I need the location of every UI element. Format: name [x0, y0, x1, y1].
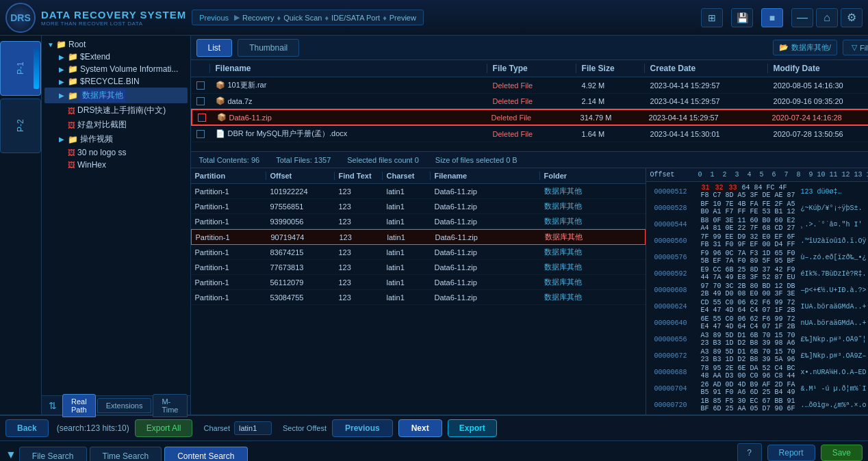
search-row-6[interactable]: Partition-1 56112079 123 latin1 Data6-11…: [191, 275, 646, 290]
search-table-area: Partition Offset Find Text Charset Filen…: [191, 168, 646, 414]
search-row-7[interactable]: Partition-1 53084755 123 latin1 Data6-11…: [191, 290, 646, 305]
tab-extensions[interactable]: Extensions: [97, 398, 152, 413]
cell-checkbox[interactable]: [191, 81, 210, 90]
cell-find-1: 123: [335, 202, 383, 211]
charset-select[interactable]: latin1 utf-8 gbk: [234, 421, 272, 435]
tree-node-drs-guide[interactable]: ▶ 🖼 DRS快速上手指南(中文): [44, 103, 188, 118]
tree-node-shujuku[interactable]: ▶ 📁 数据库其他: [44, 88, 188, 103]
tab-realpath[interactable]: Real Path: [62, 394, 96, 417]
search-row-selected[interactable]: Partition-1 90719474 123 latin1 Data6-11…: [191, 229, 646, 245]
cell-offset-4: 83674215: [266, 248, 335, 256]
sidebar: P-1 P-2: [0, 36, 42, 414]
report-button[interactable]: Report: [767, 445, 815, 461]
file-icon-zip: 📦: [217, 113, 227, 122]
search-row-2[interactable]: Partition-1 93990056 123 latin1 Data6-11…: [191, 214, 646, 229]
folder-icon-shujuku: 📁: [68, 91, 78, 101]
settings-btn[interactable]: ⚙: [841, 8, 863, 27]
col-filename: Filename: [431, 172, 540, 180]
cell-type-3: Deleted File: [487, 130, 576, 138]
search-rows[interactable]: Partition-1 101922224 123 latin1 Data6-1…: [191, 184, 646, 414]
hex-row-1: 00000528 BF 10 7E 4B FA FE 2F A5 B0 A1 F…: [650, 200, 869, 216]
tree-label-sysvolinfo: System Volume Informati...: [80, 64, 178, 74]
home-btn[interactable]: ⌂: [816, 8, 838, 27]
size-selected: Size of files selected 0 B: [435, 156, 518, 164]
tree-node-compare[interactable]: ▶ 🖼 好盘对比截图: [44, 118, 188, 132]
window-controls: — ⌂ ⚙: [791, 8, 863, 27]
cell-size-3: 1.64 M: [576, 130, 645, 138]
cell-filename-s5: Data6-11.zip: [431, 263, 540, 272]
charset-label: Charset: [203, 424, 230, 432]
logo-area: DRS DATA RECOVERY SYSTEM MORE THAN RECOV…: [5, 3, 186, 33]
file-row-selected[interactable]: 📦 Data6-11.zip Deleted File 314.79 M 202…: [191, 109, 869, 126]
filter-button[interactable]: ▽ Filter: [843, 40, 868, 55]
tree-node-sysvolinfo[interactable]: ▶ 📁 System Volume Informati...: [44, 63, 188, 75]
tree-label-shujuku: 数据库其他: [80, 89, 125, 102]
hex-row-10: 00000672 A3 89 5D D1 6B 70 15 70 23 B3 1…: [650, 347, 869, 364]
cell-find-3: 123: [335, 233, 383, 241]
folder-icon-videos: 📁: [68, 135, 78, 144]
cell-charset-1: latin1: [383, 202, 431, 211]
active-btn[interactable]: ■: [761, 8, 783, 27]
file-icon-rar: 📦: [216, 81, 225, 90]
tree-node-winhex[interactable]: ▶ 🖼 WinHex: [44, 159, 188, 171]
col-modifydate: Modify Date: [768, 64, 868, 73]
cell-find-4: 123: [335, 248, 383, 256]
file-tree[interactable]: ▼ 📁 Root ▶ 📁 $Extend ▶ 📁 System Volume I…: [42, 36, 190, 395]
panel-resize-handle[interactable]: ⇅: [44, 399, 61, 412]
tab-file-search[interactable]: File Search: [19, 447, 87, 461]
prev-button[interactable]: Previous: [332, 419, 393, 437]
cell-filename-s3: Data6-11.zip: [431, 233, 541, 241]
hex-row-7: 00000624 CD 55 C0 06 62 F6 99 72 E4 47 4…: [650, 298, 869, 315]
cell-find-0: 123: [335, 187, 383, 196]
file-row[interactable]: 📦 101更新.rar Deleted File 4.92 M 2023-04-…: [191, 77, 869, 94]
cell-checkbox-1[interactable]: [191, 97, 210, 105]
search-row-4[interactable]: Partition-1 83674215 123 latin1 Data6-11…: [191, 245, 646, 260]
export-all-button[interactable]: Export All: [135, 419, 193, 437]
tab-mtime[interactable]: M-Time: [153, 394, 187, 417]
breadcrumb-port: IDE/SATA Port: [331, 14, 380, 22]
arrow-videos: ▶: [59, 135, 66, 143]
sidebar-item-p2[interactable]: P-2: [0, 98, 41, 153]
breadcrumb-preview: Preview: [390, 14, 416, 22]
save-icon-btn[interactable]: 💾: [731, 8, 753, 27]
tab-list[interactable]: List: [196, 39, 233, 57]
sidebar-item-p1[interactable]: P-1: [0, 41, 41, 96]
cell-offset-2: 93990056: [266, 218, 335, 226]
cell-checkbox-2[interactable]: [192, 114, 212, 122]
help-icon-btn[interactable]: ?: [737, 443, 762, 461]
tree-node-recycle[interactable]: ▶ 📁 $RECYCLE.BIN: [44, 75, 188, 88]
cell-size-0: 4.92 M: [576, 81, 645, 90]
cell-checkbox-3[interactable]: [191, 130, 210, 138]
tree-node-extend[interactable]: ▶ 📁 $Extend: [44, 51, 188, 63]
file-row[interactable]: 📦 data.7z Deleted File 2.14 M 2023-04-14…: [191, 94, 869, 109]
tab-content-search[interactable]: Content Search: [164, 447, 247, 461]
tree-node-root[interactable]: ▼ 📁 Root: [44, 38, 188, 51]
search-row-0[interactable]: Partition-1 101922224 123 latin1 Data6-1…: [191, 184, 646, 199]
left-panel: ▼ 📁 Root ▶ 📁 $Extend ▶ 📁 System Volume I…: [42, 36, 191, 414]
cell-modify-2: 2020-07-24 14:16:28: [767, 114, 868, 122]
file-table: Filename File Type File Size Create Date…: [191, 60, 869, 151]
tree-node-nologo[interactable]: ▶ 🖼 30 no logo ss: [44, 146, 188, 159]
hex-rows[interactable]: 00000512 31 32 33 64 84 FC 4F F8 C7 8D A…: [646, 182, 869, 414]
next-button[interactable]: Next: [398, 419, 442, 437]
file-row[interactable]: 📄 DBR for MySQL用户手册(孟）.docx Deleted File…: [191, 126, 869, 142]
export-button[interactable]: Export: [448, 419, 497, 437]
search-row-1[interactable]: Partition-1 97556851 123 latin1 Data6-11…: [191, 199, 646, 214]
hex-row-0: 00000512 31 32 33 64 84 FC 4F F8 C7 8D A…: [650, 183, 869, 200]
search-row-5[interactable]: Partition-1 77673813 123 latin1 Data6-11…: [191, 260, 646, 275]
col-findtext: Find Text: [335, 172, 383, 180]
nav-breadcrumb[interactable]: Previous ▶ Recovery ♦ Quick Scan ♦ IDE/S…: [192, 10, 424, 25]
cell-create-3: 2023-04-14 15:30:01: [645, 130, 768, 138]
save-button[interactable]: Save: [821, 445, 863, 461]
grid-icon-btn[interactable]: ⊞: [701, 8, 723, 27]
hex-row-9: 00000656 A3 89 5D D1 6B 70 15 70 23 B3 1…: [650, 331, 869, 347]
nav-prev-label[interactable]: Previous: [199, 14, 229, 22]
minimize-btn[interactable]: —: [791, 8, 813, 27]
right-action-group: ? Report Save: [737, 443, 863, 461]
tree-node-videos[interactable]: ▶ 📁 操作视频: [44, 132, 188, 146]
back-button[interactable]: Back: [5, 419, 49, 437]
search-filter-icon[interactable]: ▼: [5, 449, 16, 461]
tab-thumbnail[interactable]: Thumbnail: [238, 39, 299, 57]
tab-time-search[interactable]: Time Search: [90, 447, 162, 461]
cell-folder-6: 数据库其他: [540, 277, 595, 287]
